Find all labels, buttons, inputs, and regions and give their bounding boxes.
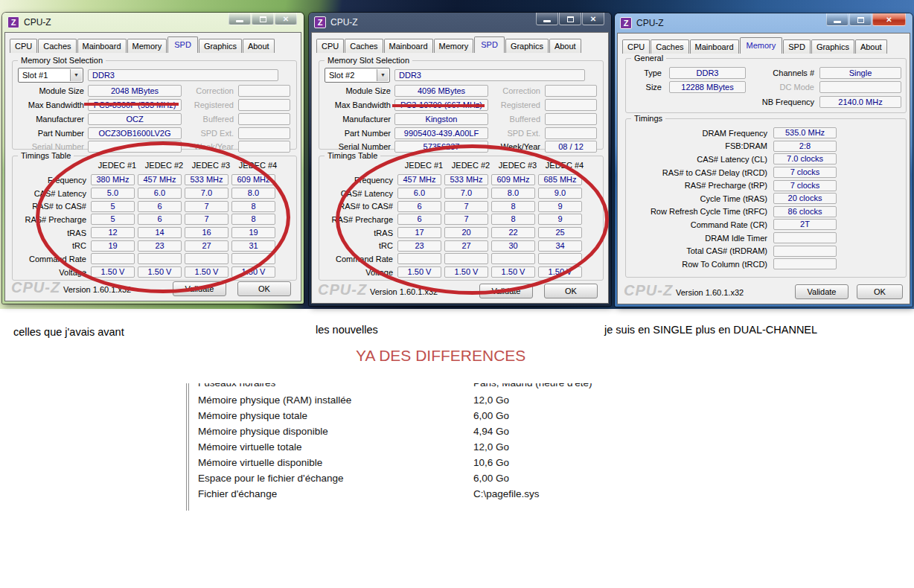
module-size-label: Module Size	[13, 86, 84, 95]
dc-mode-label: DC Mode	[751, 83, 814, 92]
close-icon: ✕	[886, 16, 892, 24]
red-circle-middle-timings	[336, 144, 609, 295]
week-year-field: 08 / 12	[545, 141, 597, 153]
tab-caches[interactable]: Caches	[345, 39, 383, 53]
group-title: Timings Table	[18, 151, 74, 160]
tab-mainboard[interactable]: Mainboard	[690, 39, 739, 54]
maximize-button[interactable]	[252, 13, 274, 25]
ok-button[interactable]: OK	[237, 281, 291, 296]
maximize-icon	[260, 16, 266, 22]
nb-frequency-field: 2140.0 MHz	[819, 96, 901, 108]
tab-cpu[interactable]: CPU	[622, 39, 650, 54]
correction-label: Correction	[479, 86, 540, 95]
correction-label: Correction	[173, 86, 234, 95]
table-row: Espace pour le fichier d'échange 6,00 Go	[198, 470, 633, 486]
tab-about[interactable]: About	[855, 39, 887, 54]
registered-label: Registered	[173, 100, 234, 109]
trp-row: RAS# Precharge (tRP) 7 clocks	[630, 179, 837, 192]
part-number-field: OCZ3OB1600LV2G	[88, 127, 182, 139]
max-bandwidth-label: Max Bandwidth	[319, 100, 391, 109]
tab-about[interactable]: About	[549, 39, 581, 53]
validate-button[interactable]: Validate	[795, 284, 849, 299]
minimize-button[interactable]	[536, 13, 558, 25]
minimize-button[interactable]	[228, 13, 251, 25]
red-circle-left-timings	[36, 141, 290, 293]
tab-cpu[interactable]: CPU	[316, 39, 344, 53]
type-label: Type	[630, 68, 662, 77]
cpuz-logo: CPU-Z	[11, 279, 60, 296]
channels-label: Channels #	[751, 68, 814, 77]
module-size-field: 2048 MBytes	[88, 85, 182, 97]
window-title: CPU-Z	[636, 18, 664, 28]
tab-spd[interactable]: SPD	[474, 36, 505, 53]
chevron-down-icon[interactable]: ▼	[70, 69, 82, 81]
table-row: Mémoire physique totale 6,00 Go	[198, 408, 633, 424]
size-field: 12288 MBytes	[669, 81, 746, 93]
close-button[interactable]: ✕	[582, 13, 604, 25]
group-title: Memory Slot Selection	[18, 56, 106, 65]
buffered-label: Buffered	[479, 115, 540, 124]
minimize-icon	[834, 21, 841, 23]
tab-graphics[interactable]: Graphics	[199, 39, 242, 53]
tab-spd[interactable]: SPD	[783, 39, 811, 54]
ok-button[interactable]: OK	[544, 284, 598, 298]
maximize-icon	[857, 17, 864, 23]
ok-button[interactable]: OK	[857, 284, 903, 299]
minimize-button[interactable]	[826, 13, 849, 26]
tab-cpu[interactable]: CPU	[10, 39, 37, 53]
row-to-column-row: Row To Column (tRCD)	[630, 258, 837, 271]
cpuz-logo: CPU-Z	[318, 281, 367, 298]
command-rate-row: Command Rate (CR) 2T	[630, 218, 837, 231]
timings-group: Timings DRAM Frequency 535.0 MHz FSB:DRA…	[625, 118, 907, 278]
tab-caches[interactable]: Caches	[38, 39, 76, 53]
tab-spd[interactable]: SPD	[167, 36, 198, 53]
slot-value: Slot #2	[329, 71, 354, 80]
type-field: DDR3	[669, 67, 746, 79]
week-year-field	[238, 141, 290, 153]
annotation-heading: YA DES DIFFERENCES	[356, 347, 525, 365]
window-title: CPU-Z	[330, 17, 358, 28]
chevron-down-icon[interactable]: ▼	[377, 69, 389, 81]
tab-mainboard[interactable]: Mainboard	[384, 39, 433, 53]
annotation-left: celles que j'avais avant	[13, 326, 124, 338]
window-title: CPU-Z	[24, 17, 51, 28]
tab-memory[interactable]: Memory	[434, 39, 474, 53]
total-cas-row: Total CAS# (tRDRAM)	[630, 244, 837, 258]
tab-mainboard[interactable]: Mainboard	[77, 39, 127, 53]
cas-latency-row: CAS# Latency (CL) 7.0 clocks	[630, 153, 837, 166]
slot-select[interactable]: Slot #2 ▼	[325, 68, 390, 83]
memory-type-field: DDR3	[394, 69, 585, 81]
group-title: Timings	[631, 114, 665, 123]
memory-timings-list: DRAM Frequency 535.0 MHz FSB:DRAM 2:8 CA…	[630, 127, 837, 271]
close-button[interactable]: ✕	[275, 13, 297, 25]
tab-memory[interactable]: Memory	[740, 37, 783, 54]
table-row: Mémoire virtuelle disponible 10,6 Go	[198, 455, 633, 470]
maximize-button[interactable]	[559, 13, 581, 25]
module-size-field: 4096 MBytes	[394, 85, 488, 97]
red-underline-left-bandwidth	[84, 103, 179, 106]
slot-value: Slot #1	[22, 71, 48, 80]
table-row: Mémoire virtuelle totale 12,0 Go	[198, 439, 633, 455]
trcd-row: RAS# to CAS# Delay (tRCD) 7 clocks	[630, 166, 837, 179]
spd-ext-label: SPD Ext.	[173, 129, 234, 138]
tab-caches[interactable]: Caches	[651, 39, 688, 54]
close-button[interactable]: ✕	[872, 13, 906, 26]
spd-ext-field	[238, 127, 290, 139]
dram-idle-timer-row: DRAM Idle Timer	[630, 231, 837, 245]
window-client: CPU Caches Mainboard Memory SPD Graphics…	[617, 33, 910, 304]
group-title: Memory Slot Selection	[325, 56, 412, 65]
dram-frequency-row: DRAM Frequency 535.0 MHz	[630, 127, 837, 140]
minimize-icon	[543, 20, 551, 22]
tab-graphics[interactable]: Graphics	[811, 39, 854, 54]
tab-graphics[interactable]: Graphics	[505, 39, 549, 53]
tab-about[interactable]: About	[243, 39, 275, 53]
table-row: Mémoire physique disponible 4,94 Go	[198, 424, 633, 439]
correction-field	[545, 85, 597, 97]
slot-select[interactable]: Slot #1 ▼	[18, 68, 83, 83]
annotation-middle: les nouvelles	[316, 324, 378, 336]
tab-memory[interactable]: Memory	[127, 39, 167, 53]
maximize-button[interactable]	[849, 13, 872, 26]
tras-row: Cycle Time (tRAS) 20 clocks	[630, 192, 837, 205]
system-info-table: Fuseaux horaires Paris, Madrid (heure d'…	[186, 383, 633, 511]
nb-frequency-label: NB Frequency	[751, 98, 814, 106]
